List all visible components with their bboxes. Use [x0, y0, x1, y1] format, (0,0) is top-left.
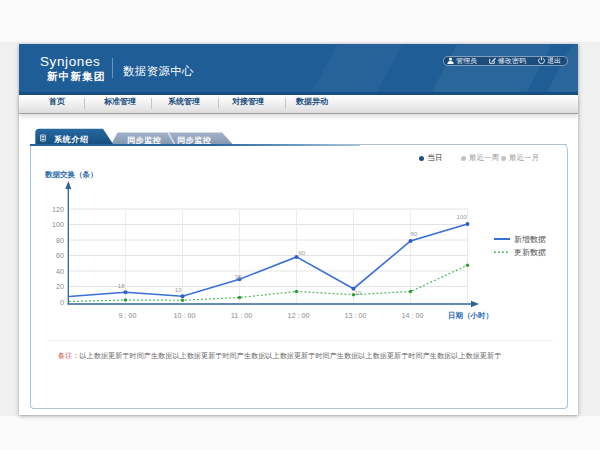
svg-text:120: 120: [52, 205, 64, 214]
svg-text:11 : 00: 11 : 00: [231, 311, 252, 320]
svg-text:9 : 00: 9 : 00: [119, 311, 137, 320]
svg-text:10 : 00: 10 : 00: [174, 311, 196, 320]
svg-text:更新数据: 更新数据: [514, 248, 546, 257]
svg-text:新增数据: 新增数据: [514, 235, 546, 244]
svg-text:12 : 00: 12 : 00: [288, 311, 310, 320]
svg-text:13 : 00: 13 : 00: [345, 311, 367, 320]
svg-text:18: 18: [118, 283, 125, 289]
svg-text:10: 10: [175, 287, 182, 293]
svg-text:数据交换（条）: 数据交换（条）: [44, 170, 98, 179]
svg-text:35: 35: [235, 274, 242, 280]
svg-text:100: 100: [456, 214, 467, 220]
svg-text:10: 10: [355, 290, 362, 296]
svg-text:日期（小时）: 日期（小时）: [448, 311, 493, 320]
svg-text:14 : 00: 14 : 00: [402, 311, 424, 320]
svg-text:60: 60: [56, 251, 64, 260]
svg-text:40: 40: [56, 267, 64, 276]
svg-text:80: 80: [56, 236, 64, 245]
svg-text:100: 100: [52, 220, 64, 229]
svg-text:80: 80: [411, 231, 418, 237]
svg-text:20: 20: [56, 282, 64, 291]
svg-text:60: 60: [299, 250, 306, 256]
svg-text:0: 0: [60, 298, 64, 307]
